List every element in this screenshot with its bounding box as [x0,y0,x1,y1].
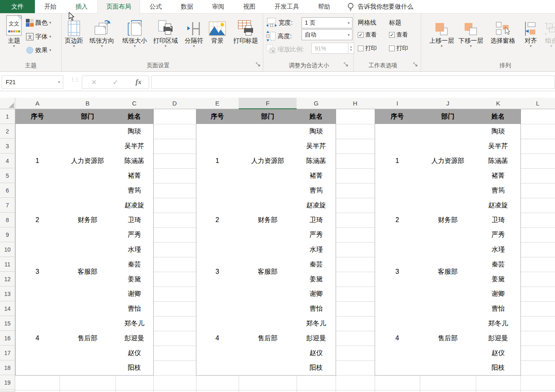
column-header-G[interactable]: G [297,98,336,109]
row-header-17[interactable]: 17 [0,346,15,360]
name-cell[interactable]: 严秀 [297,227,336,243]
scale-dialog-launcher[interactable] [344,62,349,67]
department-cell[interactable]: 售后部 [60,301,116,376]
name-cell[interactable]: 郑冬儿 [115,316,154,331]
row-header-14[interactable]: 14 [0,301,15,316]
row-header-12[interactable]: 12 [0,272,15,287]
page-setup-dialog-launcher[interactable] [256,62,261,67]
table-header-cell[interactable]: 部门 [60,109,116,124]
orientation-button[interactable]: 纸张方向 ▾ [86,16,118,60]
name-cell[interactable]: 郑冬儿 [476,316,521,331]
insert-function-button[interactable]: fx [136,76,141,88]
name-cell[interactable]: 水瑾 [115,242,154,257]
table-header-cell[interactable]: 姓名 [297,109,336,124]
name-cell[interactable]: 秦芸 [297,257,336,272]
theme-colors-button[interactable]: 颜色 ▾ [26,19,51,27]
name-cell[interactable]: 曹筠 [297,183,336,198]
serial-cell[interactable]: 3 [196,242,239,302]
row-header-15[interactable]: 15 [0,316,15,331]
name-cell[interactable]: 严秀 [115,227,154,243]
align-button[interactable]: 对齐 ▾ [521,16,541,60]
enter-button[interactable]: ✓ [113,76,118,88]
table-header-cell[interactable]: 序号 [196,109,239,124]
name-cell[interactable]: 陈涵菡 [115,154,154,169]
select-all-corner[interactable] [0,98,15,109]
department-cell[interactable]: 人力资源部 [60,124,116,198]
name-cell[interactable]: 阳枝 [297,360,336,376]
themes-button[interactable]: 文文 主题 ▾ [3,16,25,60]
fit-height-dropdown[interactable]: 自动 ▾ [302,29,352,40]
name-cell[interactable]: 水瑾 [297,242,336,257]
scale-value-box[interactable]: 91% [311,43,348,54]
print-area-button[interactable]: 打印区域 ▾ [150,16,181,60]
tab-formulas[interactable]: 公式 [140,0,171,13]
name-cell[interactable]: 赵凌旋 [297,198,336,213]
name-cell[interactable]: 赵凌旋 [115,198,154,213]
row-header-4[interactable]: 4 [0,154,15,168]
group-button[interactable]: 组合 ▾ [543,16,555,60]
theme-fonts-button[interactable]: 文 字体 ▾ [26,33,51,41]
row-header-18[interactable]: 18 [0,360,15,375]
column-header-K[interactable]: K [476,98,521,109]
department-cell[interactable]: 财务部 [239,198,297,243]
serial-cell[interactable]: 3 [375,242,420,302]
checkbox-checked-icon[interactable]: ✓ [358,32,364,38]
sheet-options-dialog-launcher[interactable] [413,62,418,67]
gridlines-print-checkbox[interactable]: 打印 [358,45,377,52]
send-backward-button[interactable]: 下移一层 ▾ [456,16,485,60]
name-cell[interactable]: 姜黛 [476,272,521,287]
column-header-D[interactable]: D [153,98,196,109]
name-cell[interactable]: 吴半芹 [115,139,154,154]
name-cell[interactable]: 水瑾 [476,242,521,257]
department-cell[interactable]: 售后部 [420,301,476,376]
row-header-7[interactable]: 7 [0,198,15,213]
column-header-L[interactable]: L [520,98,555,109]
serial-cell[interactable]: 1 [375,124,420,198]
serial-cell[interactable]: 2 [196,198,239,243]
name-cell[interactable]: 曹怡 [476,301,521,316]
row-header-8[interactable]: 8 [0,213,15,227]
name-cell[interactable]: 陶琰 [476,124,521,139]
fit-width-dropdown[interactable]: 1 页 ▾ [302,17,352,28]
serial-cell[interactable]: 1 [15,124,60,198]
name-cell[interactable]: 姜黛 [297,272,336,287]
name-cell[interactable]: 陈涵菡 [476,154,521,169]
row-header-19[interactable]: 19 [0,375,15,390]
name-cell[interactable]: 彭迎曼 [476,331,521,346]
department-cell[interactable]: 财务部 [420,198,476,243]
column-header-F[interactable]: F [239,98,297,109]
name-cell[interactable]: 谢卿 [476,287,521,302]
table-header-cell[interactable]: 序号 [375,109,420,124]
tab-page-layout[interactable]: 页面布局 [97,0,140,14]
name-cell[interactable]: 吴半芹 [476,139,521,154]
formula-input[interactable] [151,76,555,89]
scale-spinner[interactable]: ▲▼ [348,43,354,54]
headings-print-checkbox[interactable]: 打印 [389,45,408,52]
selection-pane-button[interactable]: 选择窗格 [486,16,520,60]
tab-review[interactable]: 审阅 [203,0,234,13]
department-cell[interactable]: 客服部 [60,242,116,302]
row-header-9[interactable]: 9 [0,227,15,242]
tab-file[interactable]: 文件 [0,0,35,13]
tab-developer[interactable]: 开发工具 [265,0,309,13]
name-cell[interactable]: 彭迎曼 [297,331,336,346]
row-header-16[interactable]: 16 [0,331,15,346]
serial-cell[interactable]: 4 [15,301,60,376]
name-cell[interactable]: 赵凌旋 [476,198,521,213]
row-header-2[interactable]: 2 [0,124,15,139]
margins-button[interactable]: 页边距 ▾ [62,16,85,60]
row-header-partial[interactable] [0,390,15,392]
breaks-button[interactable]: 分隔符 ▾ [181,16,207,60]
name-cell[interactable]: 卫琦 [476,213,521,228]
row-header-3[interactable]: 3 [0,139,15,154]
department-cell[interactable]: 人力资源部 [239,124,297,198]
column-header-I[interactable]: I [375,98,420,109]
name-cell[interactable]: 郑冬儿 [297,316,336,331]
name-cell[interactable]: 姜黛 [115,272,154,287]
formula-bar-handle[interactable]: ⋮⋮ [70,76,79,83]
column-header-A[interactable]: A [15,98,60,109]
department-cell[interactable]: 财务部 [60,198,116,243]
headings-view-checkbox[interactable]: ✓ 查看 [389,31,408,39]
row-header-10[interactable]: 10 [0,242,15,257]
serial-cell[interactable]: 1 [196,124,239,198]
